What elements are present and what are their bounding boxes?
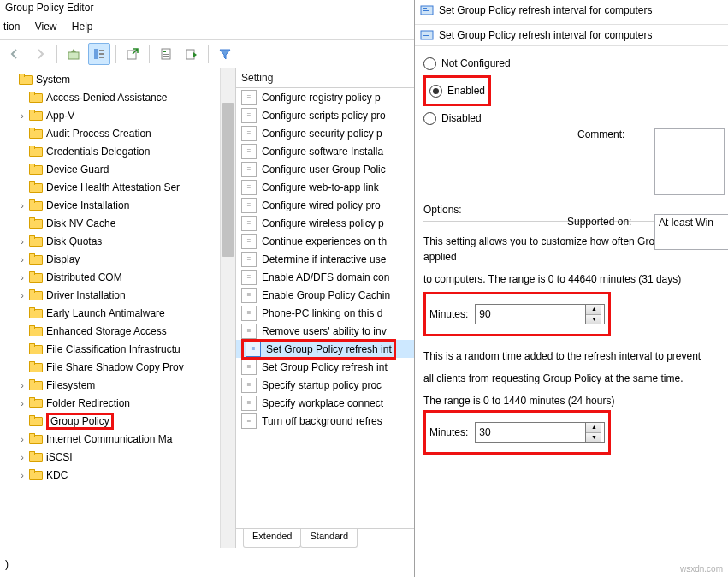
tree-item[interactable]: ›Device Installation (0, 196, 235, 214)
setting-item[interactable]: ≡Configure software Installa (236, 142, 416, 160)
tree-item[interactable]: Group Policy (0, 412, 235, 430)
tree-item[interactable]: File Classification Infrastructu (0, 340, 235, 358)
comment-label: Comment: (577, 128, 624, 140)
svg-rect-7 (163, 51, 166, 52)
menu-view[interactable]: View (35, 21, 57, 33)
tree-item[interactable]: Early Launch Antimalware (0, 304, 235, 322)
tree-item[interactable]: ›Folder Redirection (0, 394, 235, 412)
toolbar-details-icon[interactable] (88, 43, 110, 65)
status-bar: ) (0, 556, 246, 577)
radio-icon (423, 57, 436, 70)
tree-item[interactable]: Access-Denied Assistance (0, 88, 235, 106)
options-desc: The range is 0 to 1440 minutes (24 hours… (423, 393, 719, 408)
watermark: wsxdn.com (680, 564, 723, 574)
setting-item[interactable]: ≡Configure wired policy pro (236, 196, 416, 214)
setting-item[interactable]: ≡Configure user Group Polic (236, 160, 416, 178)
menu-action[interactable]: tion (3, 21, 20, 33)
minutes-spinner-2[interactable]: ▲▼ (475, 422, 605, 443)
toolbar-run-icon[interactable] (181, 43, 203, 65)
setting-item[interactable]: ≡Set Group Policy refresh int (236, 358, 416, 376)
minutes-label: Minutes: (429, 306, 468, 322)
setting-item[interactable]: ≡Enable Group Policy Cachin (236, 286, 416, 304)
comment-textarea[interactable] (654, 128, 725, 195)
radio-not-configured[interactable]: Not Configured (423, 53, 719, 74)
tree-item[interactable]: ›Internet Communication Ma (0, 430, 235, 448)
setting-item[interactable]: ≡Set Group Policy refresh int (236, 340, 416, 358)
tree-item[interactable]: Credentials Delegation (0, 142, 235, 160)
toolbar-back-icon[interactable] (3, 43, 26, 65)
tree-item[interactable]: ›Disk Quotas (0, 232, 235, 250)
tree-item[interactable]: Device Health Attestation Ser (0, 178, 235, 196)
minutes-input-1[interactable] (476, 308, 585, 320)
svg-rect-13 (423, 10, 429, 11)
tree-pane: SystemAccess-Denied Assistance›App-VAudi… (0, 68, 236, 548)
tree-item[interactable]: ›App-V (0, 106, 235, 124)
svg-rect-8 (163, 54, 169, 55)
tab-extended[interactable]: Extended (243, 529, 301, 548)
setting-item[interactable]: ≡Configure scripts policy pro (236, 106, 416, 124)
minutes-label: Minutes: (429, 425, 468, 440)
tree-item[interactable]: ›Distributed COM (0, 268, 235, 286)
tree-item[interactable]: ›iSCSI (0, 448, 235, 466)
minutes-spinner-1[interactable]: ▲▼ (475, 304, 605, 324)
settings-pane: Setting ≡Configure registry policy p≡Con… (236, 68, 417, 548)
radio-enabled[interactable]: Enabled (429, 80, 485, 101)
svg-rect-1 (94, 49, 98, 59)
svg-rect-16 (423, 35, 429, 36)
toolbar-filter-icon[interactable] (214, 43, 236, 65)
tree-item[interactable]: Device Guard (0, 160, 235, 178)
options-desc: all clients from requesting Group Policy… (423, 371, 719, 386)
settings-header: Setting (236, 68, 416, 88)
setting-item[interactable]: ≡Continue experiences on th (236, 232, 416, 250)
tree-scrollbar[interactable] (220, 68, 235, 548)
policy-icon (420, 3, 434, 17)
setting-item[interactable]: ≡Specify workplace connect (236, 394, 416, 412)
tab-standard[interactable]: Standard (300, 529, 358, 548)
policy-dialog: Set Group Policy refresh interval for co… (414, 0, 728, 577)
svg-rect-4 (99, 57, 104, 58)
tree-item[interactable]: ›KDC (0, 466, 235, 484)
tree-item[interactable]: ›Filesystem (0, 376, 235, 394)
svg-rect-0 (68, 52, 79, 59)
tree-item[interactable]: Audit Process Creation (0, 124, 235, 142)
policy-icon (420, 28, 434, 42)
minutes-input-2[interactable] (476, 426, 585, 438)
options-desc: to computers. The range is 0 to 44640 mi… (423, 271, 719, 287)
supported-text: At least Win (654, 214, 728, 250)
setting-item[interactable]: ≡Remove users' ability to inv (236, 322, 416, 340)
setting-item[interactable]: ≡Turn off background refres (236, 412, 416, 430)
toolbar-up-icon[interactable] (62, 43, 85, 65)
radio-icon (429, 85, 442, 98)
menu-help[interactable]: Help (72, 21, 93, 33)
radio-disabled[interactable]: Disabled (423, 108, 719, 128)
spin-up-icon[interactable]: ▲ (586, 305, 601, 315)
tree-item[interactable]: Enhanced Storage Access (0, 322, 235, 340)
dialog-heading: Set Group Policy refresh interval for co… (415, 24, 728, 46)
tree-item[interactable]: ›Driver Installation (0, 286, 235, 304)
tree-item[interactable]: File Share Shadow Copy Prov (0, 358, 235, 376)
radio-icon (423, 112, 436, 125)
toolbar-forward-icon[interactable] (29, 43, 51, 65)
setting-item[interactable]: ≡Phone-PC linking on this d (236, 304, 416, 322)
setting-item[interactable]: ≡Specify startup policy proc (236, 376, 416, 394)
toolbar-properties-icon[interactable] (155, 43, 177, 65)
tree-item[interactable]: ›Display (0, 250, 235, 268)
setting-item[interactable]: ≡Configure security policy p (236, 124, 416, 142)
spin-down-icon[interactable]: ▼ (586, 315, 601, 324)
setting-item[interactable]: ≡Determine if interactive use (236, 250, 416, 268)
tree-root[interactable]: System (0, 70, 235, 88)
setting-item[interactable]: ≡Configure wireless policy p (236, 214, 416, 232)
dialog-titlebar: Set Group Policy refresh interval for co… (415, 0, 728, 21)
setting-item[interactable]: ≡Configure web-to-app link (236, 178, 416, 196)
spin-up-icon[interactable]: ▲ (586, 423, 601, 433)
setting-item[interactable]: ≡Configure registry policy p (236, 88, 416, 106)
svg-rect-15 (423, 33, 427, 33)
setting-item[interactable]: ≡Enable AD/DFS domain con (236, 268, 416, 286)
spin-down-icon[interactable]: ▼ (586, 433, 601, 443)
options-desc: This is a random time added to the refre… (423, 348, 719, 364)
svg-rect-9 (163, 56, 169, 57)
tree-item[interactable]: Disk NV Cache (0, 214, 235, 232)
supported-label: Supported on: (567, 216, 631, 228)
svg-rect-12 (423, 8, 427, 9)
toolbar-export-icon[interactable] (121, 43, 144, 65)
